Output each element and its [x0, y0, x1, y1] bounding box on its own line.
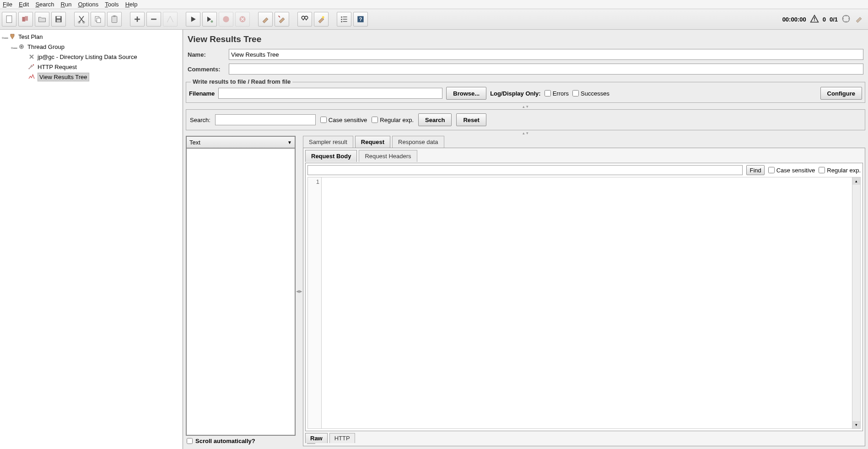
tree-toggle-icon[interactable]: ◦─ — [2, 34, 6, 39]
tree-node-view-results-tree[interactable]: View Results Tree — [0, 72, 183, 82]
tree-node-datasource[interactable]: jp@gc - Directory Listing Data Source — [0, 52, 183, 62]
open-icon[interactable] — [35, 12, 49, 27]
tree-node-thread-group[interactable]: ◦─ Thread Group — [0, 42, 183, 52]
splitter-vertical[interactable]: ◂▸ — [297, 136, 301, 446]
copy-icon[interactable] — [91, 12, 105, 27]
renderer-dropdown[interactable]: Text — [186, 136, 296, 149]
svg-rect-11 — [113, 16, 116, 17]
request-body-text[interactable]: 1 ▴▾ — [307, 177, 861, 429]
tab-request[interactable]: Request — [355, 136, 390, 148]
start-icon[interactable] — [186, 12, 200, 27]
menu-file[interactable]: File — [3, 1, 12, 8]
warning-icon[interactable]: ! — [810, 14, 819, 25]
menu-help[interactable]: Help — [125, 1, 138, 8]
testplan-icon — [8, 32, 16, 41]
menu-tools[interactable]: Tools — [105, 1, 119, 8]
cut-icon[interactable] — [74, 12, 89, 27]
regex-checkbox[interactable] — [372, 117, 378, 123]
find-input[interactable] — [307, 165, 743, 175]
scroll-auto-checkbox[interactable] — [187, 438, 193, 444]
config-icon — [27, 53, 36, 61]
paste-icon[interactable] — [107, 12, 122, 27]
tab-sampler-result[interactable]: Sampler result — [303, 136, 353, 148]
svg-rect-19 — [341, 19, 342, 20]
reset-button[interactable]: Reset — [456, 113, 486, 126]
find-case-checkbox[interactable] — [768, 167, 775, 173]
menu-run[interactable]: Run — [61, 1, 72, 8]
splitter-horizontal[interactable]: ▴ ▾ — [183, 131, 868, 135]
successes-checkbox[interactable] — [572, 90, 579, 96]
gc-icon[interactable] — [854, 14, 863, 25]
menu-search[interactable]: Search — [35, 1, 54, 8]
menu-edit[interactable]: Edit — [19, 1, 29, 8]
search-button[interactable]: Search — [418, 113, 452, 126]
new-file-icon[interactable] — [2, 12, 16, 27]
tree-node-http-request[interactable]: HTTP Request — [0, 62, 183, 72]
threadgroup-icon — [17, 43, 26, 51]
save-icon[interactable] — [51, 12, 66, 27]
expand-icon[interactable] — [130, 12, 145, 27]
svg-rect-5 — [57, 20, 60, 22]
filename-input[interactable] — [218, 88, 442, 99]
find-button[interactable]: Find — [746, 165, 764, 175]
clear-icon[interactable] — [258, 12, 273, 27]
thread-count: 0/1 — [830, 16, 838, 23]
start-no-pause-icon[interactable] — [202, 12, 217, 27]
name-label: Name: — [188, 51, 224, 58]
help-icon[interactable]: ? — [353, 12, 368, 27]
tab-request-headers[interactable]: Request Headers — [359, 150, 417, 162]
svg-point-12 — [211, 21, 213, 23]
name-input[interactable] — [229, 49, 863, 60]
test-plan-tree[interactable]: ◦─ Test Plan ◦─ Thread Group jp@gc - Dir… — [0, 30, 183, 449]
svg-rect-1 — [22, 17, 26, 21]
component-panel: View Results Tree Name: Comments: Write … — [183, 30, 868, 449]
errors-checkbox[interactable] — [545, 90, 551, 96]
tree-toggle-icon[interactable]: ◦─ — [11, 44, 16, 49]
tab-response-data[interactable]: Response data — [392, 136, 444, 148]
fieldset-legend: Write results to file / Read from file — [191, 78, 292, 85]
tree-label: Thread Group — [27, 43, 65, 50]
tab-raw[interactable]: Raw — [305, 433, 328, 443]
case-checkbox[interactable] — [320, 117, 327, 123]
svg-text:?: ? — [359, 16, 362, 22]
elapsed-time: 00:00:00 — [782, 16, 806, 23]
clear-all-icon[interactable] — [275, 12, 289, 27]
line-gutter: 1 — [308, 177, 322, 428]
shutdown-icon[interactable] — [235, 12, 250, 27]
svg-rect-9 — [97, 18, 101, 23]
svg-text:!: ! — [814, 16, 815, 22]
svg-point-15 — [302, 16, 305, 19]
find-regex-checkbox[interactable] — [819, 167, 825, 173]
menu-bar: File Edit Search Run Options Tools Help — [0, 0, 868, 9]
configure-button[interactable]: Configure — [820, 87, 862, 100]
comments-input[interactable] — [229, 64, 863, 75]
stop-icon[interactable] — [219, 12, 233, 27]
results-list[interactable] — [186, 149, 296, 436]
outer-scrollbar[interactable] — [307, 443, 315, 444]
svg-rect-0 — [6, 16, 12, 23]
search-icon[interactable] — [297, 12, 312, 27]
case-label: Case sensitive — [329, 117, 367, 123]
splitter-horizontal[interactable]: ▴ ▾ — [183, 105, 868, 108]
collapse-icon[interactable] — [146, 12, 161, 27]
inner-scrollbar[interactable]: ▴▾ — [852, 177, 860, 428]
toolbar: ? 00:00:00 ! 0 0/1 — [0, 9, 868, 30]
toggle-icon[interactable] — [163, 12, 178, 27]
tab-http[interactable]: HTTP — [329, 433, 355, 443]
templates-icon[interactable] — [18, 12, 33, 27]
find-regex-label: Regular exp. — [827, 167, 861, 174]
regex-label: Regular exp. — [380, 117, 414, 123]
browse-button[interactable]: Browse... — [446, 87, 486, 100]
search-input[interactable] — [215, 114, 316, 125]
active-threads-icon[interactable] — [841, 14, 851, 25]
tree-node-test-plan[interactable]: ◦─ Test Plan — [0, 32, 183, 42]
function-helper-icon[interactable] — [337, 12, 351, 27]
scroll-auto-label: Scroll automatically? — [195, 438, 255, 444]
tab-request-body[interactable]: Request Body — [305, 150, 357, 162]
reset-search-icon[interactable] — [314, 12, 329, 27]
menu-options[interactable]: Options — [78, 1, 98, 8]
log-display-label: Log/Display Only: — [490, 90, 541, 97]
svg-rect-20 — [341, 21, 342, 22]
svg-point-13 — [223, 16, 229, 22]
filename-label: Filename — [189, 90, 215, 97]
